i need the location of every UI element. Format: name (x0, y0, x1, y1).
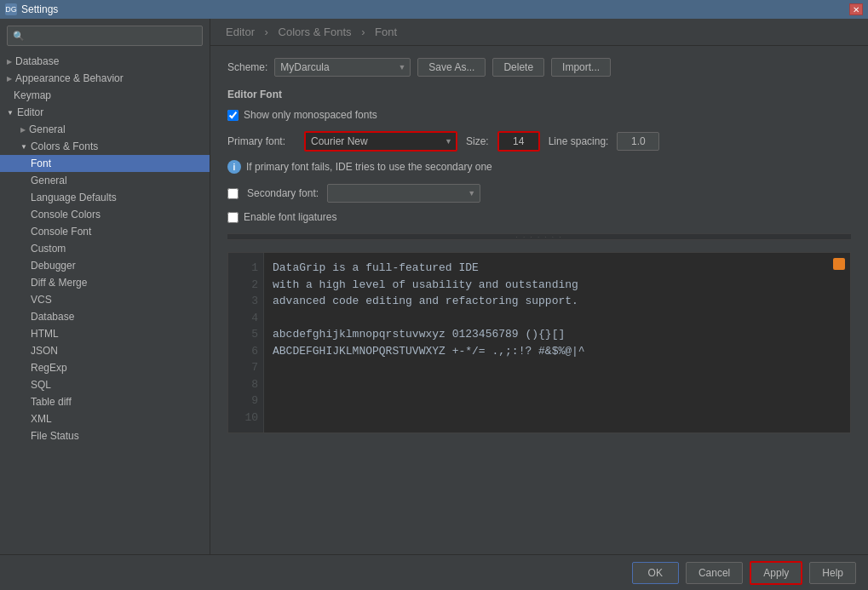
triangle-icon: ▶ (7, 58, 12, 66)
sidebar-item-table-diff[interactable]: Table diff (0, 393, 210, 410)
line-number: 6 (233, 343, 258, 360)
primary-font-label: Primary font: (227, 135, 296, 147)
sidebar-item-html[interactable]: HTML (0, 325, 210, 342)
apply-button[interactable]: Apply (750, 561, 802, 585)
preview-container: · · · · · · · 1 2 3 4 5 6 7 8 9 10 (227, 233, 851, 433)
sidebar-item-label: XML (31, 413, 52, 425)
sidebar-item-general[interactable]: ▶ General (0, 121, 210, 138)
sidebar-item-debugger[interactable]: Debugger (0, 257, 210, 274)
cancel-button[interactable]: Cancel (686, 562, 743, 584)
scheme-row: Scheme: MyDarcula Darcula Default ▼ Save… (227, 58, 851, 77)
sidebar-item-label: Editor (17, 106, 43, 118)
secondary-font-label[interactable]: Secondary font: (247, 187, 319, 199)
sidebar-item-editor[interactable]: ▼ Editor (0, 104, 210, 121)
breadcrumb-part3: Font (375, 26, 397, 38)
line-spacing-input[interactable] (617, 132, 659, 151)
preview-line: with a high level of usability and outst… (273, 277, 842, 294)
breadcrumb-part2: Colors & Fonts (279, 26, 352, 38)
sidebar-item-diff-merge[interactable]: Diff & Merge (0, 274, 210, 291)
ligatures-checkbox[interactable] (227, 212, 239, 223)
sidebar-item-appearance-behavior[interactable]: ▶ Appearance & Behavior (0, 70, 210, 87)
sidebar-item-label: General (29, 123, 66, 135)
search-input[interactable] (28, 30, 197, 42)
delete-button[interactable]: Delete (492, 58, 544, 77)
sidebar-item-regexp[interactable]: RegExp (0, 359, 210, 376)
save-as-button[interactable]: Save As... (417, 58, 486, 77)
sidebar-item-console-font[interactable]: Console Font (0, 223, 210, 240)
sidebar-item-keymap[interactable]: Keymap (0, 87, 210, 104)
sidebar-item-console-colors[interactable]: Console Colors (0, 206, 210, 223)
line-number: 7 (233, 359, 258, 376)
line-number: 2 (233, 277, 258, 294)
sidebar-item-label: File Status (31, 430, 79, 442)
triangle-icon: ▶ (7, 75, 12, 83)
preview-code: DataGrip is a full-featured IDE with a h… (264, 253, 850, 432)
scheme-select[interactable]: MyDarcula Darcula Default (274, 58, 411, 77)
sidebar-item-vcs[interactable]: VCS (0, 291, 210, 308)
preview-line: abcdefghijklmnopqrstuvwxyz 0123456789 ()… (273, 326, 842, 343)
sidebar-item-json[interactable]: JSON (0, 342, 210, 359)
sidebar-item-label: Font (31, 158, 51, 169)
scheme-select-wrapper[interactable]: MyDarcula Darcula Default ▼ (274, 58, 411, 77)
secondary-font-checkbox[interactable] (227, 188, 239, 199)
sidebar-item-label: General (31, 175, 67, 186)
primary-font-select[interactable]: Courier New (304, 131, 457, 152)
secondary-font-select-wrapper[interactable]: ▼ (327, 184, 480, 203)
preview-area: 1 2 3 4 5 6 7 8 9 10 DataGrip is a full-… (227, 252, 851, 433)
secondary-font-row: Secondary font: ▼ (227, 184, 851, 203)
size-label: Size: (466, 135, 489, 147)
sidebar-item-colors-fonts[interactable]: ▼ Colors & Fonts (0, 138, 210, 155)
search-box[interactable]: 🔍 (7, 26, 203, 46)
line-number: 1 (233, 260, 258, 277)
preview-line (273, 392, 842, 410)
window-title: Settings (21, 3, 58, 15)
monospace-label[interactable]: Show only monospaced fonts (244, 109, 377, 121)
ok-button[interactable]: OK (632, 562, 679, 584)
sidebar-item-label: Debugger (31, 260, 76, 272)
ligatures-checkbox-row: Enable font ligatures (227, 211, 851, 223)
sidebar-item-file-status[interactable]: File Status (0, 427, 210, 444)
preview-indicator (833, 258, 845, 270)
sidebar-item-font[interactable]: Font (0, 155, 210, 172)
triangle-icon: ▶ (20, 126, 26, 134)
breadcrumb-part1: Editor (226, 26, 255, 38)
monospace-checkbox[interactable] (227, 110, 239, 121)
resize-handle[interactable]: · · · · · · · (227, 233, 851, 240)
help-button[interactable]: Help (809, 562, 856, 584)
preview-line: ABCDEFGHIJKLMNOPQRSTUVWXYZ +-*/= .,;:!? … (273, 343, 842, 360)
sidebar-item-label: VCS (31, 294, 52, 306)
preview-gutter: 1 2 3 4 5 6 7 8 9 10 (228, 253, 264, 432)
primary-font-row: Primary font: Courier New ▼ Size: Line s… (227, 131, 851, 152)
sidebar-item-database[interactable]: ▶ Database (0, 53, 210, 70)
app-icon: DG (5, 3, 17, 15)
sidebar-item-label: Database (15, 55, 59, 67)
primary-font-select-wrapper[interactable]: Courier New ▼ (304, 131, 457, 152)
preview-line: DataGrip is a full-featured IDE (273, 260, 842, 277)
sidebar-item-label: HTML (31, 328, 59, 340)
sidebar-item-label: Keymap (14, 89, 51, 101)
sidebar: 🔍 ▶ Database ▶ Appearance & Behavior Key… (0, 19, 210, 554)
preview-line: advanced code editing and refactoring su… (273, 293, 842, 310)
line-spacing-label: Line spacing: (549, 135, 609, 147)
sidebar-item-label: Colors & Fonts (31, 140, 98, 152)
sidebar-item-general2[interactable]: General (0, 172, 210, 189)
sidebar-item-language-defaults[interactable]: Language Defaults (0, 189, 210, 206)
ligatures-label[interactable]: Enable font ligatures (244, 211, 336, 223)
sidebar-item-sql[interactable]: SQL (0, 376, 210, 393)
sidebar-item-label: SQL (31, 379, 51, 391)
preview-line (273, 376, 842, 393)
import-button[interactable]: Import... (551, 58, 611, 77)
close-button[interactable]: ✕ (849, 3, 863, 15)
content-area: Editor › Colors & Fonts › Font Scheme: M… (210, 19, 868, 554)
search-icon: 🔍 (13, 31, 25, 42)
secondary-font-select[interactable] (327, 184, 480, 203)
size-input[interactable] (497, 131, 540, 152)
sidebar-item-xml[interactable]: XML (0, 410, 210, 427)
sidebar-item-database2[interactable]: Database (0, 308, 210, 325)
sidebar-item-label: Custom (31, 243, 66, 255)
preview-line (273, 410, 842, 427)
sidebar-item-label: Language Defaults (31, 192, 117, 203)
title-bar: DG Settings ✕ (0, 0, 868, 19)
sidebar-item-custom[interactable]: Custom (0, 240, 210, 257)
triangle-icon: ▼ (7, 109, 14, 117)
